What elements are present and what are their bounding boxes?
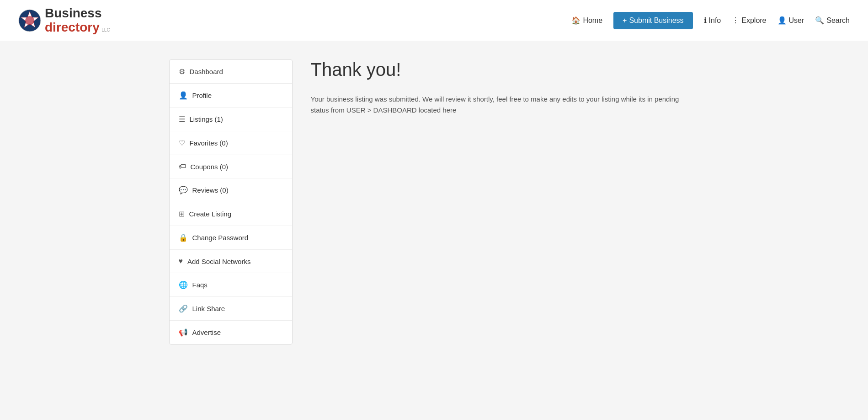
svg-point-2 [25, 16, 34, 25]
logo-directory-text: directory [45, 20, 100, 34]
add-social-networks-icon: ♥ [179, 257, 183, 265]
sidebar-item-dashboard-label: Dashboard [190, 68, 223, 75]
home-link[interactable]: 🏠 Home [571, 16, 602, 25]
sidebar-item-change-password-label: Change Password [192, 234, 249, 242]
faqs-icon: 🌐 [179, 280, 188, 289]
search-icon: 🔍 [815, 16, 824, 25]
sidebar-item-faqs-label: Faqs [192, 281, 208, 289]
link-share-icon: 🔗 [179, 304, 188, 313]
explore-link[interactable]: ⋮ Explore [732, 16, 766, 25]
submit-label: Submit Business [629, 16, 683, 25]
sidebar: ⚙ Dashboard 👤 Profile ☰ Listings (1) ♡ F… [169, 59, 293, 345]
sidebar-item-link-share[interactable]: 🔗 Link Share [170, 297, 292, 321]
thank-you-body: Your business listing was submitted. We … [311, 94, 681, 116]
coupons-icon: 🏷 [179, 162, 186, 171]
sidebar-item-profile-label: Profile [192, 92, 212, 99]
info-label: Info [709, 16, 721, 25]
submit-business-button[interactable]: + Submit Business [613, 12, 693, 29]
reviews-icon: 💬 [179, 186, 188, 194]
search-link[interactable]: 🔍 Search [815, 16, 850, 25]
logo[interactable]: Business directory LLC [18, 6, 110, 35]
sidebar-item-advertise[interactable]: 📢 Advertise [170, 321, 292, 344]
sidebar-item-coupons-label: Coupons (0) [191, 163, 229, 171]
sidebar-item-favorites-label: Favorites (0) [190, 139, 228, 147]
logo-llc-text: LLC [101, 27, 110, 32]
header: Business directory LLC 🏠 Home + Submit B… [0, 0, 868, 41]
sidebar-item-dashboard[interactable]: ⚙ Dashboard [170, 60, 292, 84]
content-area: Thank you! Your business listing was sub… [293, 59, 699, 345]
info-link[interactable]: ℹ Info [704, 16, 721, 25]
sidebar-item-add-social-networks[interactable]: ♥ Add Social Networks [170, 250, 292, 273]
change-password-icon: 🔒 [179, 233, 188, 242]
sidebar-item-profile[interactable]: 👤 Profile [170, 84, 292, 108]
submit-icon: + [623, 16, 627, 25]
sidebar-item-reviews-label: Reviews (0) [192, 186, 229, 194]
sidebar-item-create-listing[interactable]: ⊞ Create Listing [170, 202, 292, 226]
sidebar-item-faqs[interactable]: 🌐 Faqs [170, 273, 292, 297]
explore-label: Explore [741, 16, 766, 25]
advertise-icon: 📢 [179, 328, 188, 337]
user-link[interactable]: 👤 User [777, 16, 804, 25]
search-label: Search [826, 16, 850, 25]
main-nav: 🏠 Home + Submit Business ℹ Info ⋮ Explor… [571, 12, 850, 29]
sidebar-item-listings-label: Listings (1) [190, 115, 223, 123]
create-listing-icon: ⊞ [179, 210, 185, 218]
home-label: Home [583, 16, 602, 25]
sidebar-item-reviews[interactable]: 💬 Reviews (0) [170, 178, 292, 202]
profile-icon: 👤 [179, 91, 188, 100]
home-icon: 🏠 [571, 16, 580, 25]
sidebar-item-link-share-label: Link Share [192, 305, 225, 312]
page-title: Thank you! [311, 59, 681, 80]
sidebar-item-listings[interactable]: ☰ Listings (1) [170, 108, 292, 131]
dashboard-icon: ⚙ [179, 67, 185, 76]
explore-icon: ⋮ [732, 16, 739, 25]
sidebar-item-coupons[interactable]: 🏷 Coupons (0) [170, 155, 292, 178]
sidebar-item-create-listing-label: Create Listing [189, 210, 232, 218]
logo-icon [18, 9, 41, 32]
listings-icon: ☰ [179, 115, 185, 124]
sidebar-item-favorites[interactable]: ♡ Favorites (0) [170, 131, 292, 155]
logo-business-text: Business [45, 6, 102, 20]
sidebar-item-add-social-networks-label: Add Social Networks [187, 258, 250, 265]
info-icon: ℹ [704, 16, 707, 25]
user-icon: 👤 [777, 16, 787, 25]
main-content: ⚙ Dashboard 👤 Profile ☰ Listings (1) ♡ F… [160, 59, 708, 345]
favorites-icon: ♡ [179, 139, 185, 147]
sidebar-item-advertise-label: Advertise [192, 328, 221, 336]
user-label: User [789, 16, 804, 25]
sidebar-item-change-password[interactable]: 🔒 Change Password [170, 226, 292, 250]
